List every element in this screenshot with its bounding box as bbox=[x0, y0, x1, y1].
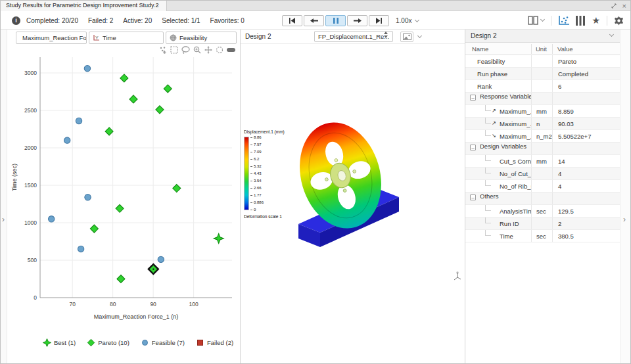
colorbar-tick-label: 2.66 bbox=[250, 186, 264, 190]
property-unit: sec bbox=[531, 205, 552, 217]
property-row[interactable]: ↗Maximum_...n90.03 bbox=[465, 118, 620, 130]
spinner-arrows[interactable] bbox=[384, 32, 388, 38]
property-value: 14 bbox=[552, 155, 620, 167]
design-point[interactable] bbox=[78, 246, 83, 252]
y-axis-selector[interactable]: Y Time bbox=[89, 32, 164, 44]
design-point[interactable] bbox=[85, 194, 91, 200]
pause-button[interactable] bbox=[325, 15, 346, 26]
design-point[interactable] bbox=[129, 95, 137, 103]
viewport-header: Design 2 FP_Displacement.1_Re... bbox=[241, 30, 465, 44]
collapse-group-icon[interactable]: – bbox=[470, 145, 476, 150]
layout-split-button[interactable] bbox=[528, 16, 544, 25]
colorbar-tick-label: 5.32 bbox=[250, 164, 264, 168]
property-row[interactable]: AnalysisTimesec129.5 bbox=[465, 205, 620, 217]
expand-right-panel-chevron[interactable]: › bbox=[623, 215, 626, 224]
design-point[interactable] bbox=[90, 225, 98, 233]
collapse-group-icon[interactable]: – bbox=[470, 194, 476, 200]
design-point[interactable] bbox=[156, 106, 164, 114]
design-point[interactable] bbox=[64, 137, 70, 143]
property-name: AnalysisTime bbox=[500, 208, 531, 215]
tree-connector bbox=[485, 155, 491, 161]
design-point[interactable] bbox=[158, 256, 164, 262]
legend-item[interactable]: Best (1) bbox=[43, 338, 76, 347]
skip-to-end-button[interactable] bbox=[369, 15, 389, 26]
property-row[interactable]: Run ID2 bbox=[465, 217, 620, 230]
status-item: Active: 20 bbox=[123, 17, 152, 24]
property-row[interactable]: Timesec380.5 bbox=[465, 230, 620, 242]
design-point[interactable] bbox=[84, 65, 90, 71]
svg-text:100: 100 bbox=[189, 301, 199, 307]
property-row[interactable]: –Others bbox=[465, 193, 620, 205]
design-point[interactable] bbox=[120, 74, 128, 82]
property-row[interactable]: Cut_s Cornermm14 bbox=[465, 155, 620, 168]
chart-legend: Best (1)Pareto (10)Feasible (7)Failed (2… bbox=[7, 338, 241, 347]
minimize-objective-icon: ↘ bbox=[492, 133, 496, 139]
property-row[interactable]: Run phaseCompleted bbox=[465, 68, 620, 80]
design-point[interactable] bbox=[116, 204, 124, 212]
spin-up-icon[interactable] bbox=[384, 32, 388, 34]
expand-left-panel-chevron[interactable]: › bbox=[2, 215, 5, 224]
collapse-group-icon[interactable]: – bbox=[470, 95, 476, 101]
maximize-objective-icon: ↗ bbox=[492, 120, 496, 127]
toolbar-divider bbox=[551, 16, 551, 26]
design-point[interactable] bbox=[164, 85, 172, 93]
property-row[interactable]: ↘Maximum_...n_m25.50522e+7 bbox=[465, 130, 620, 143]
property-value: 2 bbox=[552, 217, 620, 229]
colorbar-tick-label: 3.54 bbox=[250, 179, 264, 183]
property-unit bbox=[531, 168, 552, 179]
property-value: Pareto bbox=[552, 55, 620, 67]
property-row[interactable]: Rank6 bbox=[465, 80, 620, 93]
svg-text:500: 500 bbox=[28, 257, 37, 263]
legend-item[interactable]: Pareto (10) bbox=[87, 338, 129, 347]
parallel-coordinates-button[interactable] bbox=[576, 16, 585, 26]
legend-item[interactable]: Feasible (7) bbox=[141, 338, 185, 347]
svg-text:3000: 3000 bbox=[24, 70, 37, 76]
property-row[interactable]: ↗Maximum_...mm8.859 bbox=[465, 105, 620, 118]
property-row[interactable]: –Response Variables bbox=[465, 93, 620, 105]
color-by-selector[interactable]: Feasibility bbox=[166, 32, 237, 44]
tick-labels: 708090100050010001500200025003000 bbox=[24, 70, 199, 307]
svg-text:Y: Y bbox=[95, 35, 99, 40]
right-panel-strip: › bbox=[620, 30, 631, 364]
property-value: 4 bbox=[552, 168, 620, 179]
property-unit bbox=[531, 80, 552, 92]
playback-speed-control[interactable]: 1.00x bbox=[396, 17, 419, 24]
step-back-button[interactable] bbox=[304, 15, 324, 26]
expand-window-icon[interactable] bbox=[611, 3, 617, 9]
property-value bbox=[552, 93, 620, 104]
result-field-spinner[interactable]: FP_Displacement.1_Re... bbox=[314, 31, 393, 42]
spin-down-icon[interactable] bbox=[384, 35, 388, 38]
property-row[interactable]: –Design Variables bbox=[465, 143, 620, 155]
design-point[interactable] bbox=[117, 275, 125, 283]
design-point[interactable] bbox=[49, 216, 55, 222]
skip-to-start-button[interactable] bbox=[282, 15, 302, 26]
close-icon[interactable]: × bbox=[622, 2, 626, 11]
favorites-star-button[interactable]: ★ bbox=[592, 16, 600, 25]
property-row[interactable]: No_of Cut_s4 bbox=[465, 168, 620, 180]
snapshot-image-button[interactable] bbox=[400, 32, 413, 42]
wheel-3d-model[interactable] bbox=[280, 103, 451, 267]
study-results-window: Study Results for Parametric Design Impr… bbox=[0, 0, 631, 364]
property-value: 8.859 bbox=[552, 105, 620, 117]
study-results-tab[interactable]: Study Results for Parametric Design Impr… bbox=[1, 1, 167, 11]
property-name: Cut_s Corner bbox=[500, 158, 531, 165]
property-value: 6 bbox=[552, 80, 620, 92]
design-point[interactable] bbox=[105, 127, 113, 135]
step-forward-button[interactable] bbox=[347, 15, 367, 26]
selected-design bbox=[149, 264, 158, 274]
property-value: 4 bbox=[552, 180, 620, 192]
tree-connector bbox=[485, 230, 491, 236]
properties-header[interactable]: Design 2 bbox=[465, 30, 620, 43]
property-unit: mm bbox=[531, 155, 552, 167]
property-row[interactable]: No_of Rib_s4 bbox=[465, 180, 620, 193]
chevron-down-icon[interactable] bbox=[417, 34, 422, 38]
design-point[interactable] bbox=[214, 233, 223, 243]
legend-item[interactable]: Failed (2) bbox=[196, 338, 233, 347]
settings-gear-button[interactable] bbox=[614, 16, 624, 26]
scatter-view-button[interactable] bbox=[558, 16, 569, 26]
orientation-triad-icon bbox=[452, 271, 463, 282]
design-properties-panel: Design 2 Name Unit Value FeasibilityPare… bbox=[465, 30, 620, 364]
design-point[interactable] bbox=[76, 118, 82, 124]
property-row[interactable]: FeasibilityPareto bbox=[465, 55, 620, 68]
x-axis-selector[interactable]: X Maximum_Reaction Fo... bbox=[16, 32, 87, 44]
